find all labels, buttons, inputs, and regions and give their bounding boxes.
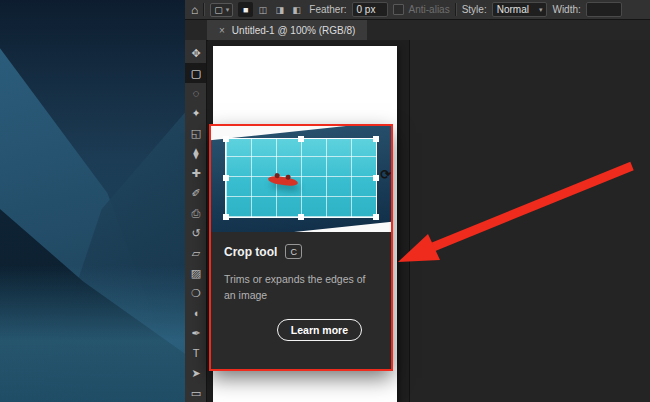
tool-spot-healing[interactable]: ✚ xyxy=(185,163,207,183)
shortcut-key-badge: C xyxy=(285,244,302,259)
tool-gradient[interactable]: ▨ xyxy=(185,263,207,283)
learn-more-button[interactable]: Learn more xyxy=(277,319,362,341)
tool-history-brush[interactable]: ↺ xyxy=(185,223,207,243)
tooltip-description: Trims or expands the edges of an image xyxy=(224,272,376,304)
anti-alias-checkbox[interactable] xyxy=(393,4,404,15)
tool-brush[interactable]: ✐ xyxy=(185,183,207,203)
desktop-wallpaper xyxy=(0,0,185,402)
style-label: Style: xyxy=(462,4,487,15)
crop-handle xyxy=(298,214,304,220)
style-value: Normal xyxy=(497,4,529,15)
anti-alias-label: Anti-alias xyxy=(409,4,450,15)
tool-preset-button[interactable]: ▢ ▾ xyxy=(210,3,233,17)
crop-handle xyxy=(298,136,304,142)
tool-pen[interactable]: ✒ xyxy=(185,323,207,343)
new-selection-button[interactable]: ■ xyxy=(238,2,253,17)
crop-handle xyxy=(373,136,379,142)
tool-rectangular-marquee[interactable]: ▢ xyxy=(185,63,207,83)
tool-blur[interactable]: ❍ xyxy=(185,283,207,303)
style-dropdown[interactable]: Normal ▾ xyxy=(492,2,548,17)
tab-bar: × Untitled-1 @ 100% (RGB/8) xyxy=(185,20,650,41)
tool-dodge[interactable]: ◖ xyxy=(185,303,207,323)
crop-overlay xyxy=(225,138,377,218)
tool-move[interactable]: ✥ xyxy=(185,43,207,63)
home-icon[interactable]: ⌂ xyxy=(191,3,198,17)
tool-rectangle-shape[interactable]: ▭ xyxy=(185,383,207,402)
document-tab[interactable]: × Untitled-1 @ 100% (RGB/8) xyxy=(207,20,367,40)
crop-handle xyxy=(223,214,229,220)
wallpaper-ocean xyxy=(0,265,185,402)
tool-eyedropper[interactable]: ⧫ xyxy=(185,143,207,163)
tool-clone-stamp[interactable]: ⎙ xyxy=(185,203,207,223)
tooltip-title: Crop tool xyxy=(224,245,277,259)
crop-handle xyxy=(373,175,379,181)
add-to-selection-button[interactable]: ◫ xyxy=(255,2,270,17)
options-separator xyxy=(203,3,205,16)
tool-lasso[interactable]: ◌ xyxy=(185,83,207,103)
canoe-person xyxy=(274,173,280,179)
tooltip-title-row: Crop tool C xyxy=(224,244,378,259)
selection-mode-group: ■◫◨◧ xyxy=(238,2,304,17)
options-separator xyxy=(455,3,457,16)
document-tab-title: Untitled-1 @ 100% (RGB/8) xyxy=(232,25,356,36)
crop-tool-tooltip: ⟳ Crop tool C Trims or expands the edges… xyxy=(210,125,392,370)
crop-handle xyxy=(223,175,229,181)
crop-handle xyxy=(223,136,229,142)
tool-crop[interactable]: ◱ xyxy=(185,123,207,143)
canvas-right-pane xyxy=(409,40,650,402)
tool-type[interactable]: T xyxy=(185,343,207,363)
intersect-selection-button[interactable]: ◧ xyxy=(289,2,304,17)
canoe-person xyxy=(285,174,291,180)
width-input[interactable] xyxy=(586,2,622,17)
feather-input[interactable]: 0 px xyxy=(352,2,388,17)
tool-path-selection[interactable]: ➤ xyxy=(185,363,207,383)
width-label: Width: xyxy=(552,4,580,15)
feather-label: Feather: xyxy=(309,4,346,15)
toolbar-tools: ✥▢◌✦◱⧫✚✐⎙↺▱▨❍◖✒T➤▭ xyxy=(185,40,207,402)
tool-eraser[interactable]: ▱ xyxy=(185,243,207,263)
crop-tool-preview-image: ⟳ xyxy=(210,125,392,232)
chevron-down-icon: ▾ xyxy=(539,6,543,14)
close-tab-icon[interactable]: × xyxy=(219,25,225,36)
marquee-preset-icon: ▢ xyxy=(214,5,223,15)
red-canoe xyxy=(268,175,299,187)
rotate-cursor-icon: ⟳ xyxy=(380,167,391,182)
tooltip-body: Crop tool C Trims or expands the edges o… xyxy=(210,232,392,341)
crop-handle xyxy=(373,214,379,220)
chevron-down-icon: ▾ xyxy=(226,6,230,14)
subtract-from-selection-button[interactable]: ◨ xyxy=(272,2,287,17)
tool-object-selection[interactable]: ✦ xyxy=(185,103,207,123)
options-bar: ⌂ ▢ ▾ ■◫◨◧ Feather: 0 px Anti-alias Styl… xyxy=(185,0,650,20)
